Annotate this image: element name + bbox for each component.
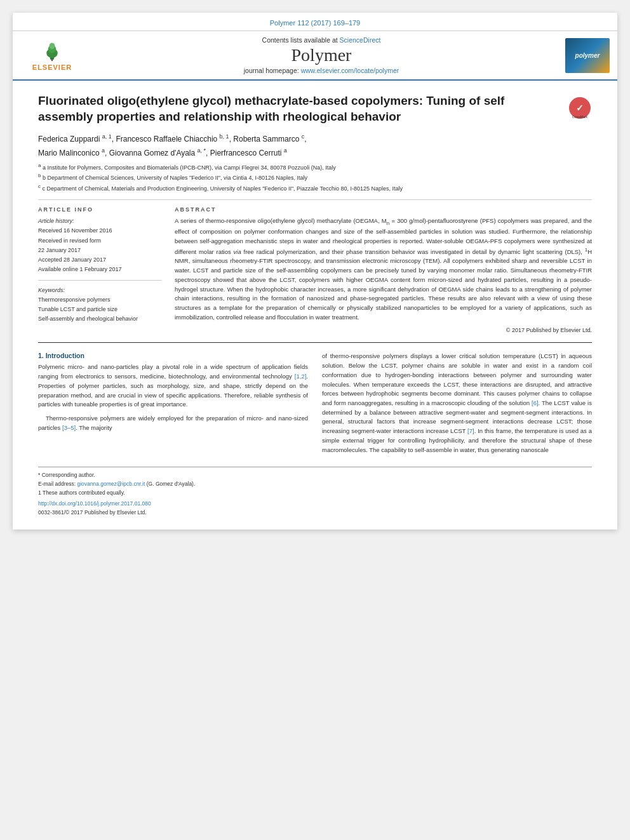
elsevier-wordmark: ELSEVIER (32, 63, 72, 71)
intro-heading: 1. Introduction (38, 352, 308, 359)
doi-link[interactable]: http://dx.doi.org/10.1016/j.polymer.2017… (38, 500, 151, 507)
intro-para1: Polymeric micro- and nano-particles play… (38, 363, 308, 432)
equal-contrib-note: 1 These authors contributed equally. (38, 489, 592, 498)
keyword-1: Thermoresponsive polymers (38, 295, 162, 305)
keyword-2: Tunable LCST and particle size (38, 305, 162, 314)
body-divider (38, 342, 592, 343)
copyright-notice: © 2017 Published by Elsevier Ltd. (175, 327, 592, 333)
elsevier-logo-area: ELSEVIER (20, 38, 84, 73)
crossmark-icon: ✓ CrossMark (568, 96, 592, 120)
keyword-3: Self-assembly and rheological behavior (38, 314, 162, 324)
article-info-col: ARTICLE INFO Article history: Received 1… (38, 206, 162, 334)
journal-url[interactable]: www.elsevier.com/locate/polymer (301, 67, 399, 74)
abstract-text: A series of thermo-responsive oligo(ethy… (175, 217, 592, 323)
article-info-label: ARTICLE INFO (38, 206, 162, 213)
corresponding-note: * Corresponding author. (38, 471, 592, 480)
article-page: Polymer 112 (2017) 169–179 ELSEVIER Cont… (13, 13, 617, 530)
abstract-label: ABSTRACT (175, 206, 592, 213)
journal-homepage: journal homepage: www.elsevier.com/locat… (84, 67, 559, 74)
email-note: E-mail address: giovanna.gomez@ipcb.cnr.… (38, 480, 592, 489)
journal-header: ELSEVIER Contents lists available at Sci… (13, 31, 617, 81)
abstract-col: ABSTRACT A series of thermo-responsive o… (175, 206, 592, 334)
header-divider (38, 199, 592, 200)
journal-center-info: Contents lists available at ScienceDirec… (84, 36, 559, 74)
authors-line: Federica Zuppardi a, 1, Francesco Raffae… (38, 132, 592, 159)
intro-right-p1: of thermo-responsive polymers displays a… (322, 352, 592, 455)
svg-point-3 (50, 43, 55, 49)
available-date: Available online 1 February 2017 (38, 265, 162, 274)
journal-citation-bar: Polymer 112 (2017) 169–179 (13, 13, 617, 31)
article-history: Article history: Received 16 November 20… (38, 217, 162, 275)
issn-line: 0032-3861/© 2017 Published by Elsevier L… (38, 509, 592, 517)
keywords-section: Keywords: Thermoresponsive polymers Tuna… (38, 287, 162, 324)
doi-line: http://dx.doi.org/10.1016/j.polymer.2017… (38, 500, 592, 509)
received-revised-label: Received in revised form (38, 236, 162, 246)
journal-title: Polymer (84, 45, 559, 65)
intro-p2: Thermo-responsive polymers are widely em… (38, 414, 308, 432)
intro-p1: Polymeric micro- and nano-particles play… (38, 363, 308, 410)
svg-text:✓: ✓ (576, 103, 584, 113)
history-label: Article history: (38, 218, 74, 224)
contents-line: Contents lists available at ScienceDirec… (84, 36, 559, 44)
keywords-list: Thermoresponsive polymers Tunable LCST a… (38, 295, 162, 324)
intro-left-col: 1. Introduction Polymeric micro- and nan… (38, 352, 308, 459)
article-title: Fluorinated oligo(ethylene glycol) metha… (38, 93, 560, 124)
crossmark-area[interactable]: ✓ CrossMark (568, 96, 592, 123)
affiliations: a a Institute for Polymers, Composites a… (38, 162, 592, 193)
svg-text:CrossMark: CrossMark (572, 115, 588, 119)
journal-citation-link[interactable]: Polymer 112 (2017) 169–179 (270, 19, 360, 27)
polymer-logo-area (559, 38, 610, 73)
article-body: Fluorinated oligo(ethylene glycol) metha… (13, 81, 617, 530)
intro-right-text: of thermo-responsive polymers displays a… (322, 352, 592, 455)
introduction-section: 1. Introduction Polymeric micro- and nan… (38, 352, 592, 459)
info-abstract-section: ARTICLE INFO Article history: Received 1… (38, 206, 592, 334)
polymer-logo-box (565, 38, 610, 73)
footnote-section: * Corresponding author. E-mail address: … (38, 467, 592, 517)
email-link[interactable]: giovanna.gomez@ipcb.cnr.it (77, 481, 145, 487)
intro-right-col: of thermo-responsive polymers displays a… (322, 352, 592, 459)
sciencedirect-link[interactable]: ScienceDirect (340, 36, 381, 44)
article-title-section: Fluorinated oligo(ethylene glycol) metha… (38, 93, 592, 124)
accepted-date: Accepted 28 January 2017 (38, 255, 162, 265)
svg-rect-4 (51, 58, 53, 61)
history-divider (38, 280, 162, 281)
elsevier-tree-icon (36, 40, 68, 62)
revised-date: 22 January 2017 (38, 246, 162, 255)
keywords-label: Keywords: (38, 287, 162, 293)
received-date: Received 16 November 2016 (38, 226, 162, 236)
